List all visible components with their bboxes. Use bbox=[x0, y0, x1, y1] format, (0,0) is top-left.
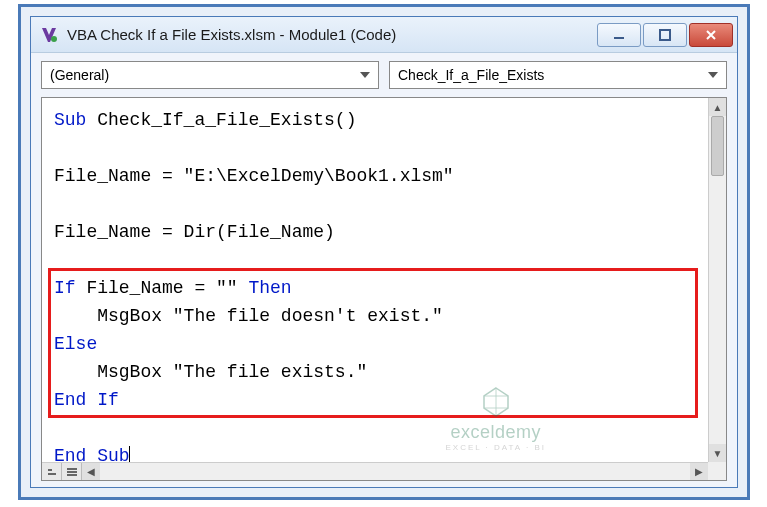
scroll-corner bbox=[708, 462, 726, 480]
svg-rect-7 bbox=[67, 474, 77, 476]
chevron-down-icon bbox=[704, 65, 722, 85]
dropdown-row: (General) Check_If_a_File_Exists bbox=[31, 53, 737, 97]
procedure-dropdown-value: Check_If_a_File_Exists bbox=[398, 67, 544, 83]
maximize-button[interactable] bbox=[643, 23, 687, 47]
object-dropdown[interactable]: (General) bbox=[41, 61, 379, 89]
svg-point-0 bbox=[51, 36, 57, 42]
scroll-left-arrow-icon[interactable]: ◀ bbox=[82, 463, 100, 480]
titlebar[interactable]: VBA Check If a File Exists.xlsm - Module… bbox=[31, 17, 737, 53]
full-module-view-button[interactable] bbox=[62, 463, 82, 480]
procedure-dropdown[interactable]: Check_If_a_File_Exists bbox=[389, 61, 727, 89]
svg-rect-2 bbox=[660, 30, 670, 40]
svg-rect-4 bbox=[48, 469, 52, 471]
vertical-scrollbar[interactable]: ▲ ▼ bbox=[708, 98, 726, 462]
code-text[interactable]: Sub Check_If_a_File_Exists() File_Name =… bbox=[42, 98, 708, 462]
svg-rect-6 bbox=[67, 471, 77, 473]
scroll-up-arrow-icon[interactable]: ▲ bbox=[709, 98, 726, 116]
minimize-button[interactable] bbox=[597, 23, 641, 47]
svg-rect-1 bbox=[614, 37, 624, 39]
hscroll-track[interactable] bbox=[100, 463, 690, 480]
code-editor[interactable]: Sub Check_If_a_File_Exists() File_Name =… bbox=[41, 97, 727, 481]
procedure-view-button[interactable] bbox=[42, 463, 62, 480]
svg-rect-5 bbox=[67, 468, 77, 470]
scroll-thumb[interactable] bbox=[711, 116, 724, 176]
scroll-down-arrow-icon[interactable]: ▼ bbox=[709, 444, 726, 462]
object-dropdown-value: (General) bbox=[50, 67, 109, 83]
scroll-right-arrow-icon[interactable]: ▶ bbox=[690, 463, 708, 480]
code-window: VBA Check If a File Exists.xlsm - Module… bbox=[30, 16, 738, 488]
window-title: VBA Check If a File Exists.xlsm - Module… bbox=[67, 26, 597, 43]
vba-app-icon bbox=[39, 25, 59, 45]
chevron-down-icon bbox=[356, 65, 374, 85]
svg-rect-3 bbox=[48, 473, 56, 475]
horizontal-scrollbar[interactable]: ◀ ▶ bbox=[42, 462, 708, 480]
close-button[interactable] bbox=[689, 23, 733, 47]
